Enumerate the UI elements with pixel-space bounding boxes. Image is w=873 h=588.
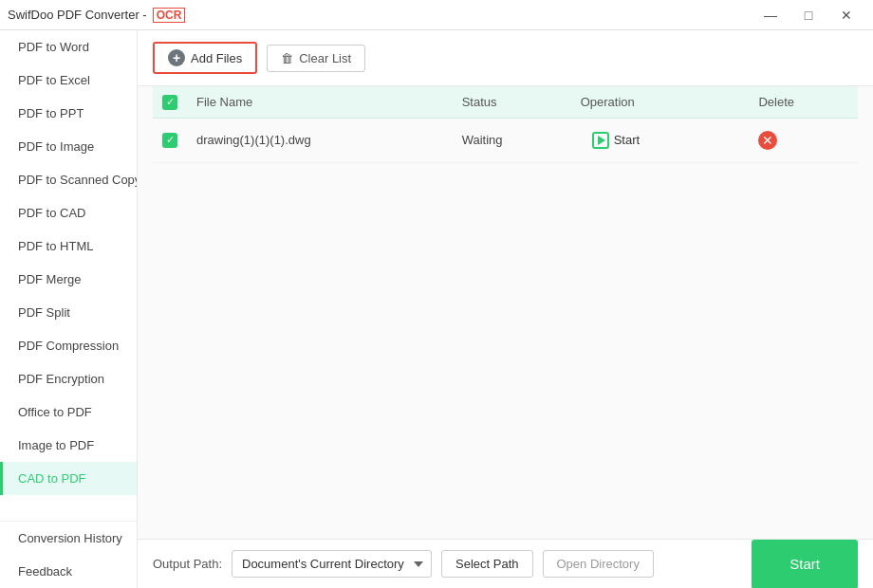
col-header-operation: Operation — [571, 86, 750, 118]
play-triangle — [598, 136, 605, 145]
clear-list-label: Clear List — [299, 51, 351, 65]
sidebar-item-pdf-to-cad[interactable]: PDF to CAD — [0, 196, 137, 230]
main-layout: PDF to Word PDF to Excel PDF to PPT PDF … — [0, 30, 873, 588]
col-header-checkbox: ✓ — [153, 86, 187, 118]
titlebar: SwifDoo PDF Converter - OCR — □ ✕ — [0, 0, 873, 30]
row-start-label: Start — [614, 133, 640, 147]
col-header-status: Status — [453, 86, 571, 118]
start-button[interactable]: Start — [752, 540, 858, 589]
table-header-row: ✓ File Name Status Operation Delete — [153, 86, 858, 118]
content-area: + Add Files 🗑 Clear List ✓ File Name Sta… — [138, 30, 873, 588]
sidebar-item-pdf-to-html[interactable]: PDF to HTML — [0, 230, 137, 263]
output-path-select[interactable]: Document's Current Directory Custom Dire… — [232, 550, 432, 578]
select-path-button[interactable]: Select Path — [441, 550, 533, 578]
plus-icon: + — [168, 49, 185, 66]
titlebar-title: SwifDoo PDF Converter - OCR — [8, 8, 185, 23]
row-status: Waiting — [453, 118, 571, 162]
sidebar-item-pdf-to-scanned-copy[interactable]: PDF to Scanned Copy — [0, 163, 137, 196]
row-start-button[interactable]: Start — [581, 128, 651, 153]
row-checkbox[interactable]: ✓ — [162, 133, 177, 148]
sidebar-bottom: Conversion History Feedback — [0, 521, 137, 588]
sidebar-item-pdf-encryption[interactable]: PDF Encryption — [0, 362, 137, 395]
sidebar-item-conversion-history[interactable]: Conversion History — [0, 522, 137, 555]
app-title: SwifDoo PDF Converter - — [8, 8, 147, 22]
sidebar-item-image-to-pdf[interactable]: Image to PDF — [0, 429, 137, 462]
col-header-filename: File Name — [187, 86, 453, 118]
close-button[interactable]: ✕ — [827, 0, 865, 30]
clear-list-button[interactable]: 🗑 Clear List — [267, 45, 365, 72]
sidebar-item-pdf-to-ppt[interactable]: PDF to PPT — [0, 97, 137, 130]
ocr-badge: OCR — [153, 8, 186, 23]
table-row: ✓ drawing(1)(1)(1).dwg Waiting Start — [153, 118, 858, 162]
open-directory-button[interactable]: Open Directory — [543, 550, 654, 578]
sidebar-item-cad-to-pdf[interactable]: CAD to PDF — [0, 462, 137, 495]
sidebar-item-pdf-merge[interactable]: PDF Merge — [0, 263, 137, 296]
row-delete-cell: ✕ — [749, 118, 858, 162]
header-checkbox[interactable]: ✓ — [162, 95, 177, 110]
sidebar-item-pdf-to-excel[interactable]: PDF to Excel — [0, 64, 137, 97]
sidebar-item-pdf-to-word[interactable]: PDF to Word — [0, 30, 137, 64]
output-path-label: Output Path: — [153, 557, 222, 571]
add-files-label: Add Files — [191, 51, 242, 65]
sidebar-item-pdf-compression[interactable]: PDF Compression — [0, 329, 137, 362]
toolbar: + Add Files 🗑 Clear List — [138, 30, 873, 86]
file-table: ✓ File Name Status Operation Delete ✓ dr… — [153, 86, 858, 163]
row-operation-cell: Start — [571, 118, 750, 162]
file-table-container: ✓ File Name Status Operation Delete ✓ dr… — [138, 86, 873, 539]
col-header-delete: Delete — [749, 86, 858, 118]
sidebar-item-office-to-pdf[interactable]: Office to PDF — [0, 395, 137, 429]
row-filename: drawing(1)(1)(1).dwg — [187, 118, 453, 162]
sidebar: PDF to Word PDF to Excel PDF to PPT PDF … — [0, 30, 138, 588]
sidebar-item-feedback[interactable]: Feedback — [0, 555, 137, 588]
maximize-button[interactable]: □ — [789, 0, 827, 30]
minimize-button[interactable]: — — [752, 0, 789, 30]
row-checkbox-cell: ✓ — [153, 118, 187, 162]
window-controls: — □ ✕ — [752, 0, 865, 30]
bottom-bar: Output Path: Document's Current Director… — [138, 539, 873, 588]
trash-icon: 🗑 — [281, 51, 293, 65]
sidebar-item-pdf-split[interactable]: PDF Split — [0, 296, 137, 329]
sidebar-item-pdf-to-image[interactable]: PDF to Image — [0, 130, 137, 163]
add-files-button[interactable]: + Add Files — [153, 42, 257, 74]
play-icon — [592, 132, 609, 149]
row-delete-button[interactable]: ✕ — [758, 131, 777, 150]
